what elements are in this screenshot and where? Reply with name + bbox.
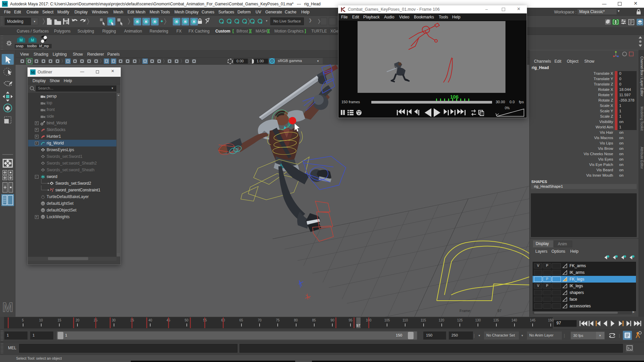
svg-text:10: 10: [39, 318, 43, 322]
svg-text:95: 95: [348, 318, 353, 322]
svg-text:110: 110: [402, 318, 408, 322]
svg-text:130: 130: [475, 318, 481, 322]
svg-text:145: 145: [530, 318, 536, 322]
svg-text:M: M: [3, 1, 7, 6]
svg-text:125: 125: [457, 318, 463, 322]
svg-text:65: 65: [239, 318, 243, 322]
svg-text:M: M: [2, 300, 13, 314]
svg-text:50: 50: [184, 318, 189, 322]
svg-text:135: 135: [493, 318, 499, 322]
svg-text:150: 150: [548, 318, 554, 322]
svg-text:90: 90: [330, 318, 334, 322]
svg-text:M: M: [31, 70, 35, 75]
svg-text:15: 15: [57, 318, 61, 322]
svg-text:120: 120: [439, 318, 444, 322]
svg-text:5: 5: [22, 318, 24, 322]
svg-text:85: 85: [312, 318, 316, 322]
svg-text:105: 105: [384, 318, 390, 322]
svg-text:20: 20: [75, 318, 79, 322]
svg-text:75: 75: [276, 318, 280, 322]
svg-text:M: M: [19, 38, 23, 43]
svg-text:70: 70: [258, 318, 262, 322]
svg-text:140: 140: [512, 318, 517, 322]
svg-text:115: 115: [421, 318, 426, 322]
svg-text:80: 80: [294, 318, 298, 322]
svg-text:40: 40: [148, 318, 152, 322]
svg-text:97: 97: [356, 323, 360, 327]
svg-text:M: M: [31, 38, 34, 43]
svg-text:30: 30: [112, 318, 116, 322]
